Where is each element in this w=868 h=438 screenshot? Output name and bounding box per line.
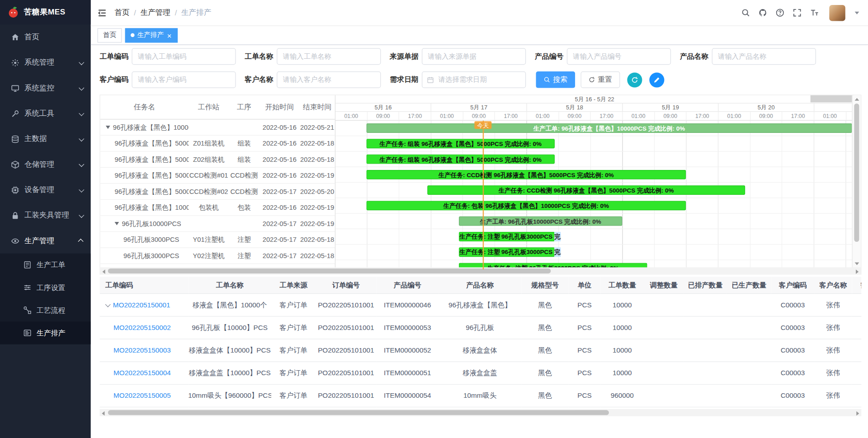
sidebar-item-5[interactable]: 仓储管理 xyxy=(0,152,91,177)
gantt-task-bar[interactable]: 生产任务: CCD检测 96孔移液盒【黑色】5000PCS 完成比例: 0% xyxy=(427,185,745,195)
order-code-link[interactable]: MO202205150002 xyxy=(113,324,171,331)
font-size-icon[interactable] xyxy=(810,8,819,17)
scroll-down-icon[interactable] xyxy=(855,262,859,265)
avatar[interactable] xyxy=(829,5,845,21)
sidebar-item-6[interactable]: 设备管理 xyxy=(0,177,91,203)
edit-circle-button[interactable] xyxy=(649,72,664,87)
sidebar-item-8[interactable]: 生产管理 xyxy=(0,228,91,253)
gantt-chart-row[interactable]: 生产任务: CCD检测 96孔移液盒【黑色】5000PCS 完成比例: 0% xyxy=(335,183,854,198)
gantt-vertical-scrollbar[interactable] xyxy=(852,95,861,268)
text-input[interactable] xyxy=(277,71,381,88)
order-code-link[interactable]: MO202205150004 xyxy=(113,369,171,377)
gantt-task-row[interactable]: 96孔孔板3000PCSY02注塑机注塑2022-05-172022-05-18 xyxy=(100,248,335,264)
sidebar-item-7[interactable]: 工装夹具管理 xyxy=(0,203,91,228)
tab-0[interactable]: 首页 xyxy=(98,28,122,42)
close-icon[interactable] xyxy=(167,33,172,38)
sidebar-subitem-1[interactable]: 工序设置 xyxy=(0,276,91,299)
sidebar-fold-icon[interactable] xyxy=(98,8,107,18)
reset-button[interactable]: 重置 xyxy=(580,71,620,88)
input-field[interactable] xyxy=(717,52,811,61)
github-icon[interactable] xyxy=(759,8,768,17)
text-input[interactable] xyxy=(277,48,381,65)
input-field[interactable] xyxy=(137,52,231,61)
sidebar-item-4[interactable]: 主数据 xyxy=(0,126,91,151)
gantt-chart-row[interactable]: 生产任务: 组装 96孔移液盒【黑色】5000PCS 完成比例: 0% xyxy=(335,136,854,151)
sidebar-subitem-0[interactable]: 生产工单 xyxy=(0,254,91,276)
gantt-task-bar[interactable]: 生产任务: CCD检测 96孔移液盒【黑色】5000PCS 完成比例: 0% xyxy=(367,170,686,179)
order-row[interactable]: MO202205150003移液盒盒体【10000】PCS客户订单PO20220… xyxy=(99,339,861,362)
gantt-chart-row[interactable]: 生产工单: 96孔孔板10000PCS 完成比例: 0% xyxy=(335,214,854,229)
gantt-task-bar[interactable]: 生产任务: 组装 96孔移液盒【黑色】5000PCS 完成比例: 0% xyxy=(367,155,555,164)
input-field[interactable] xyxy=(137,75,231,85)
search-button[interactable]: 搜索 xyxy=(536,71,575,88)
text-input[interactable] xyxy=(712,48,816,65)
breadcrumb-item[interactable]: 首页 xyxy=(114,8,129,18)
scroll-right-icon[interactable] xyxy=(856,411,859,415)
gantt-task-row[interactable]: 96孔移液盒【黑色】5000PCSCCD检测#01CCD检测2022-05-16… xyxy=(100,168,335,184)
orders-horizontal-scrollbar[interactable] xyxy=(99,409,861,416)
order-code-link[interactable]: MO202205150001 xyxy=(113,301,170,309)
expand-caret-icon[interactable] xyxy=(105,302,111,307)
gantt-chart-row[interactable]: 生产工单: 96孔移液盒【黑色】10000PCS 完成比例: 0% xyxy=(335,121,854,136)
gantt-task-row[interactable]: 96孔移液盒【黑色】5000PCSZ01组装机组装2022-05-162022-… xyxy=(100,136,335,152)
collapse-triangle-icon[interactable] xyxy=(106,126,110,129)
sidebar-item-2[interactable]: 系统监控 xyxy=(0,75,91,101)
gantt-horizontal-scrollbar[interactable] xyxy=(100,267,861,274)
caret-down-icon[interactable] xyxy=(855,11,859,14)
gantt-task-row[interactable]: 96孔移液盒【黑色】10000PCS包装机包装2022-05-162022-05… xyxy=(100,200,335,216)
scroll-right-icon[interactable] xyxy=(856,269,859,274)
gantt-task-bar[interactable]: 生产任务: 注塑 96孔孔板3000PCS 完成比例: 0% xyxy=(459,232,555,241)
order-row[interactable]: MO20220515000510mm吸头【960000】PCS客户订单PO202… xyxy=(99,384,861,407)
horizontal-scroll-thumb[interactable] xyxy=(108,268,551,273)
text-input[interactable] xyxy=(567,48,671,65)
refresh-circle-button[interactable] xyxy=(627,72,642,87)
sidebar-item-3[interactable]: 系统工具 xyxy=(0,101,91,126)
gantt-task-bar[interactable]: 生产任务: 注塑 96孔孔板3000PCS 完成比例: 0% xyxy=(459,247,555,257)
gantt-chart-row[interactable]: 生产任务: 注塑 96孔孔板3000PCS 完成比例: 0% xyxy=(335,229,854,245)
help-icon[interactable] xyxy=(776,8,785,17)
search-icon[interactable] xyxy=(741,8,750,17)
gantt-chart-row[interactable]: 生产任务: CCD检测 96孔移液盒【黑色】5000PCS 完成比例: 0% xyxy=(335,167,854,183)
gantt-task-row[interactable]: 96孔孔板10000PCS2022-05-172022-05-19 xyxy=(100,216,335,232)
gantt-task-row[interactable]: 96孔移液盒【黑色】5000PCSCCD检测#02CCD检测2022-05-17… xyxy=(100,184,335,200)
vertical-scroll-thumb[interactable] xyxy=(854,104,859,242)
gantt-parent-bar[interactable]: 生产工单: 96孔移液盒【黑色】10000PCS 完成比例: 0% xyxy=(367,123,852,133)
text-input[interactable] xyxy=(132,71,236,88)
order-code-link[interactable]: MO202205150003 xyxy=(113,347,171,354)
fullscreen-icon[interactable] xyxy=(793,8,802,17)
horizontal-scroll-thumb[interactable] xyxy=(108,410,609,415)
input-field[interactable] xyxy=(282,75,376,85)
input-field[interactable] xyxy=(572,52,666,61)
scroll-left-icon[interactable] xyxy=(103,269,105,274)
collapse-triangle-icon[interactable] xyxy=(114,222,119,225)
gantt-chart-row[interactable]: 生产任务: 组装 96孔移液盒【黑色】5000PCS 完成比例: 0% xyxy=(335,152,854,167)
sidebar-subitem-3[interactable]: 生产排产 xyxy=(0,321,91,344)
text-input[interactable] xyxy=(422,48,526,65)
gantt-chart-row[interactable]: 生产任务: 注塑 96孔孔板3000PCS 完成比例: 0% xyxy=(335,245,854,260)
text-input[interactable] xyxy=(132,48,236,65)
order-row[interactable]: MO202205150004移液盒盒盖【10000】PCS客户订单PO20220… xyxy=(99,362,861,384)
tab-1[interactable]: 生产排产 xyxy=(125,28,178,42)
gantt-task-bar[interactable]: 生产任务: 组装 96孔移液盒【黑色】5000PCS 完成比例: 0% xyxy=(367,139,555,148)
sidebar-subitem-2[interactable]: 工艺流程 xyxy=(0,299,91,321)
input-field[interactable] xyxy=(427,52,521,61)
order-cell xyxy=(727,339,771,362)
gantt-task-row[interactable]: 96孔移液盒【黑色】10000PCS2022-05-162022-05-21 xyxy=(100,119,335,136)
order-row[interactable]: MO202205150001移液盒【黑色】10000个客户订单PO2022051… xyxy=(99,294,861,316)
sidebar-item-0[interactable]: 首页 xyxy=(0,24,91,50)
order-code-link[interactable]: MO202205150005 xyxy=(113,392,171,400)
gantt-task-row[interactable]: 96孔孔板3000PCSY01注塑机注塑2022-05-172022-05-18 xyxy=(100,232,335,248)
order-row[interactable]: MO20220515000296孔孔板【10000】PCS客户订单PO20220… xyxy=(99,316,861,339)
input-field[interactable] xyxy=(437,75,521,85)
app-logo[interactable]: 苦糖果MES xyxy=(0,0,91,24)
date-input[interactable] xyxy=(422,71,526,88)
gantt-task-bar[interactable]: 生产任务: 包装 96孔移液盒【黑色】10000PCS 完成比例: 0% xyxy=(367,201,686,210)
order-cell: PCS xyxy=(569,339,601,362)
breadcrumb-item[interactable]: 生产管理 xyxy=(141,8,170,18)
scroll-left-icon[interactable] xyxy=(102,411,104,415)
gantt-chart-row[interactable]: 生产任务: 包装 96孔移液盒【黑色】10000PCS 完成比例: 0% xyxy=(335,198,854,213)
gantt-task-row[interactable]: 96孔移液盒【黑色】5000PCSZ02组装机组装2022-05-162022-… xyxy=(100,152,335,168)
scroll-up-icon[interactable] xyxy=(855,98,859,101)
input-field[interactable] xyxy=(282,52,376,61)
sidebar-item-1[interactable]: 系统管理 xyxy=(0,50,91,75)
